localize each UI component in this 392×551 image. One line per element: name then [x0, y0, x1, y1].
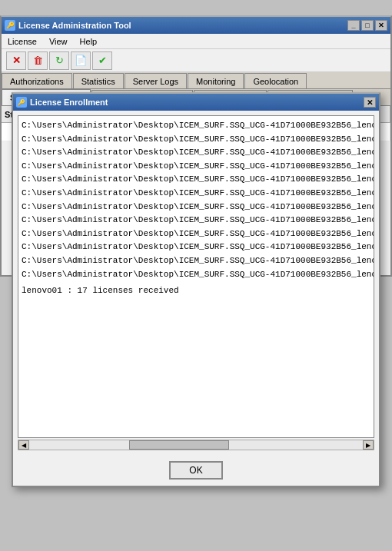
menu-license[interactable]: License	[5, 35, 40, 48]
scroll-thumb[interactable]	[129, 440, 229, 450]
red-x-icon: ✕	[12, 55, 21, 66]
dialog-title-bar: 🔑 License Enrollment ✕	[13, 94, 379, 111]
tab-authorizations[interactable]: Authorizations	[2, 73, 72, 88]
scroll-right-button[interactable]: ▶	[363, 440, 374, 450]
line-3: C:\Users\Administrator\Desktop\ICEM_SURF…	[22, 146, 370, 160]
line-12: C:\Users\Administrator\Desktop\ICEM_SURF…	[22, 268, 370, 282]
toolbar-red-x-button[interactable]: ✕	[6, 51, 26, 70]
dialog-title-left: 🔑 License Enrollment	[16, 97, 108, 108]
line-11: C:\Users\Administrator\Desktop\ICEM_SURF…	[22, 254, 370, 268]
minimize-button[interactable]: _	[347, 20, 360, 31]
check-icon: ✔	[98, 55, 107, 66]
window-controls: _ □ ✕	[347, 20, 387, 31]
main-window-title: License Administration Tool	[18, 21, 131, 30]
close-button[interactable]: ✕	[375, 20, 387, 31]
menu-bar: License View Help	[2, 34, 390, 49]
dialog-title: License Enrollment	[30, 98, 108, 107]
tabs-row1: Authorizations Statistics Server Logs Mo…	[2, 72, 390, 89]
line-1: C:\Users\Administrator\Desktop\ICEM_SURF…	[22, 119, 370, 133]
scroll-track[interactable]	[29, 440, 363, 450]
menu-help[interactable]: Help	[77, 35, 101, 48]
line-9: C:\Users\Administrator\Desktop\ICEM_SURF…	[22, 227, 370, 241]
line-6: C:\Users\Administrator\Desktop\ICEM_SURF…	[22, 187, 370, 201]
tab-server-logs[interactable]: Server Logs	[125, 73, 187, 88]
tab-geolocation[interactable]: Geolocation	[244, 73, 307, 88]
dialog-close-button[interactable]: ✕	[364, 97, 376, 108]
maximize-button[interactable]: □	[361, 20, 374, 31]
title-bar-left: 🔑 License Administration Tool	[5, 20, 131, 31]
status-line: lenovo01 : 17 licenses received	[22, 284, 370, 298]
horizontal-scrollbar[interactable]: ◀ ▶	[18, 440, 374, 450]
toolbar-refresh-button[interactable]: ↻	[49, 51, 69, 70]
dialog-content: C:\Users\Administrator\Desktop\ICEM_SURF…	[13, 111, 379, 455]
ok-button[interactable]: OK	[169, 461, 223, 480]
toolbar-check-button[interactable]: ✔	[92, 51, 112, 70]
tab-monitoring[interactable]: Monitoring	[188, 73, 244, 88]
line-4: C:\Users\Administrator\Desktop\ICEM_SURF…	[22, 160, 370, 174]
line-5: C:\Users\Administrator\Desktop\ICEM_SURF…	[22, 173, 370, 187]
enrollment-text-area[interactable]: C:\Users\Administrator\Desktop\ICEM_SURF…	[18, 115, 374, 438]
menu-view[interactable]: View	[46, 35, 71, 48]
toolbar-delete-button[interactable]: 🗑	[28, 51, 48, 70]
app-icon: 🔑	[5, 20, 15, 31]
scroll-left-button[interactable]: ◀	[18, 440, 29, 450]
refresh-icon: ↻	[55, 55, 64, 66]
dialog-app-icon: 🔑	[16, 97, 27, 108]
tab-statistics[interactable]: Statistics	[73, 73, 124, 88]
toolbar: ✕ 🗑 ↻ 📄 ✔	[2, 49, 390, 72]
license-enrollment-dialog: 🔑 License Enrollment ✕ C:\Users\Administ…	[12, 92, 380, 487]
line-7: C:\Users\Administrator\Desktop\ICEM_SURF…	[22, 201, 370, 214]
toolbar-document-button[interactable]: 📄	[71, 51, 91, 70]
line-2: C:\Users\Administrator\Desktop\ICEM_SURF…	[22, 133, 370, 147]
line-10: C:\Users\Administrator\Desktop\ICEM_SURF…	[22, 241, 370, 254]
delete-icon: 🗑	[33, 55, 43, 66]
document-icon: 📄	[75, 55, 87, 66]
dialog-footer: OK	[13, 455, 379, 486]
line-8: C:\Users\Administrator\Desktop\ICEM_SURF…	[22, 214, 370, 227]
main-title-bar: 🔑 License Administration Tool _ □ ✕	[2, 17, 390, 34]
